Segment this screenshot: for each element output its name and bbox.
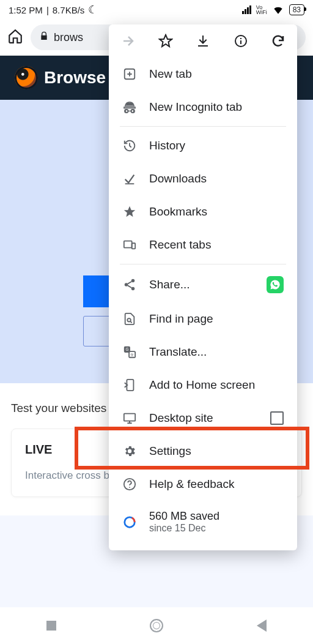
menu-item-bookmarks[interactable]: Bookmarks <box>109 195 297 228</box>
menu-label: Downloads <box>149 172 207 185</box>
status-net-speed: 8.7KB/s <box>53 5 85 15</box>
browserstack-logo-icon <box>15 66 38 89</box>
svg-point-5 <box>131 279 135 283</box>
menu-label: Bookmarks <box>149 205 207 219</box>
star-filled-icon <box>122 204 137 219</box>
share-icon <box>122 277 137 292</box>
status-bar: 1:52 PM | 8.7KB/s Vo WiFi 83 <box>0 0 313 20</box>
menu-label: Settings <box>149 444 191 458</box>
check-icon <box>122 171 137 186</box>
menu-label: Help & feedback <box>149 477 234 491</box>
info-button[interactable] <box>233 33 249 49</box>
svg-point-8 <box>127 318 131 322</box>
menu-label: New tab <box>149 67 192 81</box>
gear-icon <box>122 444 137 459</box>
svg-text:G: G <box>126 347 129 351</box>
wifi-icon <box>272 4 284 16</box>
menu-item-new-tab[interactable]: New tab <box>109 58 297 91</box>
menu-item-recent-tabs[interactable]: Recent tabs <box>109 228 297 261</box>
menu-item-find-in-page[interactable]: Find in page <box>109 302 297 335</box>
whatsapp-icon[interactable] <box>267 276 284 293</box>
devices-icon <box>122 238 137 252</box>
menu-item-downloads[interactable]: Downloads <box>109 162 297 195</box>
data-saver-text: 560 MB saved since 15 Dec <box>149 510 219 534</box>
menu-item-help[interactable]: Help & feedback <box>109 468 297 501</box>
menu-item-incognito[interactable]: New Incognito tab <box>109 91 297 124</box>
add-home-icon <box>122 378 137 392</box>
menu-top-row <box>109 24 297 58</box>
overflow-menu: New tab New Incognito tab History Downlo… <box>109 24 297 550</box>
svg-point-1 <box>125 110 128 113</box>
vowifi-indicator: Vo WiFi <box>256 5 267 15</box>
recent-apps-button[interactable] <box>46 621 56 631</box>
svg-rect-4 <box>132 243 136 249</box>
history-icon <box>122 138 137 153</box>
lock-icon <box>39 31 49 44</box>
menu-item-share[interactable]: Share... <box>109 267 297 302</box>
menu-label: Recent tabs <box>149 238 211 252</box>
menu-item-settings[interactable]: Settings <box>109 435 297 468</box>
home-button[interactable] <box>7 28 23 47</box>
svg-point-7 <box>131 287 135 291</box>
menu-label: Translate... <box>149 345 207 359</box>
svg-point-2 <box>131 110 134 113</box>
incognito-icon <box>122 100 137 114</box>
translate-icon: G文 <box>122 345 137 359</box>
svg-rect-3 <box>124 241 132 248</box>
url-text: brows <box>54 31 83 44</box>
find-icon <box>122 312 137 326</box>
new-tab-icon <box>122 67 137 81</box>
menu-item-history[interactable]: History <box>109 129 297 162</box>
bookmark-star-button[interactable] <box>158 33 174 49</box>
desktop-site-checkbox[interactable] <box>270 411 284 425</box>
desktop-icon <box>122 411 137 425</box>
svg-text:文: 文 <box>130 353 134 357</box>
menu-item-add-home[interactable]: Add to Home screen <box>109 369 297 402</box>
svg-point-6 <box>125 283 128 286</box>
menu-item-translate[interactable]: G文 Translate... <box>109 335 297 369</box>
home-nav-button[interactable] <box>150 619 163 632</box>
download-button[interactable] <box>195 33 211 49</box>
refresh-button[interactable] <box>270 33 286 49</box>
menu-label: Share... <box>149 278 190 291</box>
back-nav-button[interactable] <box>257 620 267 632</box>
menu-label: New Incognito tab <box>149 100 242 114</box>
menu-label: History <box>149 139 185 152</box>
menu-item-desktop-site[interactable]: Desktop site <box>109 402 297 435</box>
site-brand: Browse <box>44 68 106 88</box>
help-icon <box>122 477 137 492</box>
menu-divider <box>120 264 286 264</box>
data-saver-icon <box>122 515 137 530</box>
forward-button[interactable] <box>120 33 136 49</box>
menu-label: Desktop site <box>149 411 213 425</box>
system-nav-bar <box>0 607 313 644</box>
menu-label: Add to Home screen <box>149 378 255 392</box>
svg-rect-14 <box>124 414 135 421</box>
svg-point-16 <box>129 487 130 488</box>
signal-icon <box>242 6 251 14</box>
menu-item-data-saver[interactable]: 560 MB saved since 15 Dec <box>109 501 297 543</box>
moon-icon <box>88 3 98 17</box>
battery-indicator: 83 <box>289 4 304 15</box>
status-time: 1:52 PM <box>9 5 43 15</box>
menu-label: Find in page <box>149 312 213 326</box>
menu-divider <box>120 126 286 127</box>
